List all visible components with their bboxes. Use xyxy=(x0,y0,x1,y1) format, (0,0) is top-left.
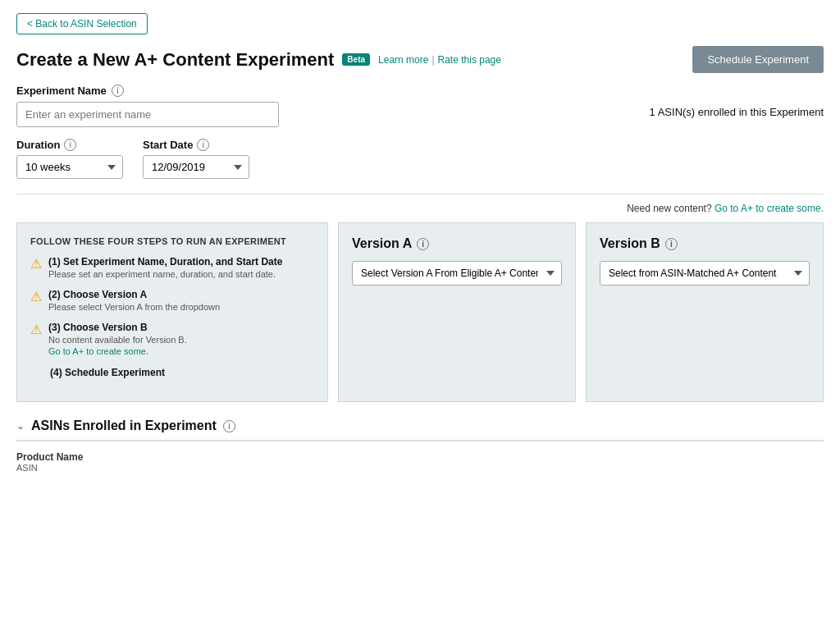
step-3-content: (3) Choose Version B No content availabl… xyxy=(48,322,187,357)
header-left: Create a New A+ Content Experiment Beta … xyxy=(16,49,501,71)
step-2-desc: Please select Version A from the dropdow… xyxy=(48,302,220,312)
version-b-panel: Version B i Select from ASIN-Matched A+ … xyxy=(586,222,824,402)
version-a-select[interactable]: Select Version A From Eligible A+ Conten… xyxy=(352,261,562,286)
experiment-name-asins-row: Experiment Name i 1 ASIN(s) enrolled in … xyxy=(16,85,824,139)
step-3: ⚠ (3) Choose Version B No content availa… xyxy=(30,322,314,357)
content-grid: FOLLOW THESE FOUR STEPS TO RUN AN EXPERI… xyxy=(16,222,824,402)
start-date-info-icon: i xyxy=(197,139,209,151)
version-b-info-icon: i xyxy=(665,238,678,250)
step-1-warning-icon: ⚠ xyxy=(30,256,42,272)
step-3-desc: No content available for Version B. xyxy=(48,335,187,345)
step-3-warning-icon: ⚠ xyxy=(30,322,42,337)
duration-label: Duration xyxy=(16,139,60,151)
asins-enrolled-section: ⌄ ASINs Enrolled in Experiment i Product… xyxy=(16,418,824,476)
experiment-name-input[interactable] xyxy=(16,102,279,127)
version-b-title: Version B i xyxy=(600,236,810,251)
version-a-title: Version A i xyxy=(352,236,562,251)
step-3-link[interactable]: Go to A+ to create some. xyxy=(48,346,148,356)
asins-collapse-icon[interactable]: ⌄ xyxy=(16,420,25,432)
experiment-name-field-row: Experiment Name i xyxy=(16,85,279,97)
go-to-aplus-link[interactable]: Go to A+ to create some. xyxy=(714,203,824,214)
version-b-select[interactable]: Select from ASIN-Matched A+ Content xyxy=(600,261,810,286)
rate-page-link[interactable]: Rate this page xyxy=(438,54,501,66)
asins-enrolled-count: 1 ASIN(s) enrolled in this Experiment xyxy=(650,106,824,118)
step-4: (4) Schedule Experiment xyxy=(30,367,314,378)
start-date-select[interactable]: 12/09/2019 xyxy=(143,155,249,179)
step-1: ⚠ (1) Set Experiment Name, Duration, and… xyxy=(30,256,314,279)
experiment-name-info-icon: i xyxy=(112,85,124,97)
asins-section-info-icon: i xyxy=(223,420,235,432)
duration-info-icon: i xyxy=(64,139,76,151)
duration-group: Duration i 10 weeks xyxy=(16,139,123,179)
step-1-content: (1) Set Experiment Name, Duration, and S… xyxy=(48,256,282,279)
page-title: Create a New A+ Content Experiment xyxy=(16,49,334,71)
product-name-header: Product Name xyxy=(16,451,824,463)
back-button-label: < Back to ASIN Selection xyxy=(27,18,137,30)
start-date-label: Start Date xyxy=(143,139,193,151)
experiment-name-section: Experiment Name i xyxy=(16,85,279,127)
divider: | xyxy=(431,54,434,66)
learn-more-link[interactable]: Learn more xyxy=(378,54,428,66)
table-headers: Product Name ASIN xyxy=(16,448,824,476)
step-2-title: (2) Choose Version A xyxy=(48,289,220,300)
step-1-desc: Please set an experiment name, duration,… xyxy=(48,269,282,279)
step-2-content: (2) Choose Version A Please select Versi… xyxy=(48,289,220,312)
step-4-title: (4) Schedule Experiment xyxy=(50,367,314,378)
step-3-title: (3) Choose Version B xyxy=(48,322,187,333)
need-new-content-text: Need new content? xyxy=(627,203,711,214)
header-links: Learn more | Rate this page xyxy=(378,54,501,66)
version-b-title-text: Version B xyxy=(600,236,660,251)
step-2: ⚠ (2) Choose Version A Please select Ver… xyxy=(30,289,314,312)
header-row: Create a New A+ Content Experiment Beta … xyxy=(16,46,824,73)
asins-header-row: ⌄ ASINs Enrolled in Experiment i xyxy=(16,418,824,441)
version-a-title-text: Version A xyxy=(352,236,412,251)
top-right-hint: Need new content? Go to A+ to create som… xyxy=(16,203,824,214)
asins-section-title: ASINs Enrolled in Experiment xyxy=(31,418,217,433)
step-1-title: (1) Set Experiment Name, Duration, and S… xyxy=(48,256,282,268)
duration-label-row: Duration i xyxy=(16,139,123,151)
asins-enrolled-text: 1 ASIN(s) enrolled in this Experiment xyxy=(650,106,824,118)
back-to-asin-button[interactable]: < Back to ASIN Selection xyxy=(16,13,148,34)
duration-select[interactable]: 10 weeks xyxy=(16,155,123,179)
beta-badge: Beta xyxy=(342,53,370,66)
start-date-label-row: Start Date i xyxy=(143,139,249,151)
schedule-experiment-button[interactable]: Schedule Experiment xyxy=(692,46,824,73)
steps-panel: FOLLOW THESE FOUR STEPS TO RUN AN EXPERI… xyxy=(16,222,328,402)
version-a-info-icon: i xyxy=(417,238,429,250)
start-date-group: Start Date i 12/09/2019 xyxy=(143,139,249,179)
duration-start-date-row: Duration i 10 weeks Start Date i 12/09/2… xyxy=(16,139,824,179)
experiment-name-label: Experiment Name xyxy=(16,85,107,97)
version-a-panel: Version A i Select Version A From Eligib… xyxy=(338,222,576,402)
asin-header: ASIN xyxy=(16,463,824,473)
step-2-warning-icon: ⚠ xyxy=(30,289,42,304)
steps-title: FOLLOW THESE FOUR STEPS TO RUN AN EXPERI… xyxy=(30,236,314,246)
section-divider xyxy=(16,194,824,194)
